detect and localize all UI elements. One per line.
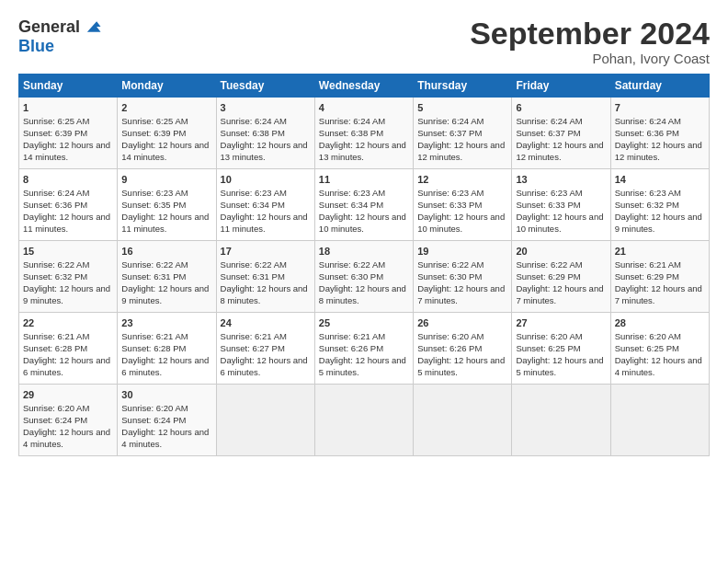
sunset-text: Sunset: 6:34 PM [221,200,285,210]
day-number: 14 [615,173,705,187]
calendar-row-1: 1Sunrise: 6:25 AMSunset: 6:39 PMDaylight… [19,98,710,169]
daylight-text: Daylight: 12 hours and 11 minutes. [23,212,110,234]
calendar-row-5: 29Sunrise: 6:20 AMSunset: 6:24 PMDayligh… [19,385,710,456]
sunrise-text: Sunrise: 6:24 AM [221,116,287,126]
daylight-text: Daylight: 12 hours and 5 minutes. [319,355,406,377]
sunrise-text: Sunrise: 6:22 AM [221,259,287,270]
daylight-text: Daylight: 12 hours and 6 minutes. [121,355,209,377]
daylight-text: Daylight: 12 hours and 4 minutes. [121,427,209,449]
page: General Blue September 2024 Pohan, Ivory… [0,0,728,563]
daylight-text: Daylight: 12 hours and 10 minutes. [417,212,505,234]
sunrise-text: Sunrise: 6:20 AM [23,403,89,413]
sunset-text: Sunset: 6:39 PM [23,128,87,138]
sunset-text: Sunset: 6:24 PM [23,415,87,425]
day-number: 9 [121,173,211,187]
day-number: 27 [516,316,606,330]
col-wednesday: Wednesday [314,75,413,98]
sunset-text: Sunset: 6:38 PM [221,128,285,138]
day-number: 19 [417,245,507,259]
sunset-text: Sunset: 6:37 PM [516,128,580,138]
daylight-text: Daylight: 12 hours and 7 minutes. [417,283,505,305]
sunset-text: Sunset: 6:39 PM [121,128,186,138]
daylight-text: Daylight: 12 hours and 6 minutes. [23,355,110,377]
sunrise-text: Sunrise: 6:21 AM [319,331,385,341]
day-number: 8 [23,173,113,187]
sunset-text: Sunset: 6:25 PM [516,343,580,353]
sunset-text: Sunset: 6:29 PM [615,271,679,282]
daylight-text: Daylight: 12 hours and 13 minutes. [319,140,406,162]
day-number: 18 [319,245,409,259]
cell-week5-0: 29Sunrise: 6:20 AMSunset: 6:24 PMDayligh… [19,385,118,456]
sunrise-text: Sunrise: 6:24 AM [23,188,89,198]
daylight-text: Daylight: 12 hours and 11 minutes. [121,212,209,234]
day-number: 4 [319,101,409,115]
cell-week4-0: 22Sunrise: 6:21 AMSunset: 6:28 PMDayligh… [19,313,118,385]
day-number: 17 [221,245,311,259]
cell-week2-4: 12Sunrise: 6:23 AMSunset: 6:33 PMDayligh… [414,169,512,241]
sunrise-text: Sunrise: 6:20 AM [516,331,582,341]
day-number: 12 [417,173,507,187]
sunset-text: Sunset: 6:35 PM [121,200,186,210]
day-number: 30 [121,388,211,402]
logo-blue: Blue [18,37,54,55]
daylight-text: Daylight: 12 hours and 10 minutes. [516,212,603,234]
cell-week5-1: 30Sunrise: 6:20 AMSunset: 6:24 PMDayligh… [118,385,216,456]
calendar-row-3: 15Sunrise: 6:22 AMSunset: 6:32 PMDayligh… [19,241,710,313]
cell-week5-6 [610,385,709,456]
calendar-body: 1Sunrise: 6:25 AMSunset: 6:39 PMDaylight… [19,98,710,456]
daylight-text: Daylight: 12 hours and 8 minutes. [319,283,406,305]
col-saturday: Saturday [610,75,709,98]
cell-week1-2: 3Sunrise: 6:24 AMSunset: 6:38 PMDaylight… [216,98,314,169]
logo: General Blue [18,17,102,56]
sunrise-text: Sunrise: 6:20 AM [615,331,681,341]
cell-week1-0: 1Sunrise: 6:25 AMSunset: 6:39 PMDaylight… [19,98,118,169]
logo-general: General [18,17,80,37]
sunset-text: Sunset: 6:31 PM [121,271,186,282]
col-tuesday: Tuesday [216,75,314,98]
cell-week2-5: 13Sunrise: 6:23 AMSunset: 6:33 PMDayligh… [512,169,610,241]
daylight-text: Daylight: 12 hours and 9 minutes. [615,212,702,234]
header-row: Sunday Monday Tuesday Wednesday Thursday… [19,75,710,98]
sunrise-text: Sunrise: 6:22 AM [417,259,483,270]
calendar-table: Sunday Monday Tuesday Wednesday Thursday… [18,74,710,456]
daylight-text: Daylight: 12 hours and 12 minutes. [516,140,603,162]
cell-week3-3: 18Sunrise: 6:22 AMSunset: 6:30 PMDayligh… [314,241,413,313]
cell-week4-1: 23Sunrise: 6:21 AMSunset: 6:28 PMDayligh… [118,313,216,385]
sunset-text: Sunset: 6:26 PM [319,343,383,353]
sunset-text: Sunset: 6:33 PM [417,200,482,210]
sunrise-text: Sunrise: 6:20 AM [121,403,188,413]
cell-week4-6: 28Sunrise: 6:20 AMSunset: 6:25 PMDayligh… [610,313,709,385]
day-number: 26 [417,316,507,330]
cell-week5-3 [314,385,413,456]
daylight-text: Daylight: 12 hours and 11 minutes. [221,212,308,234]
daylight-text: Daylight: 12 hours and 10 minutes. [319,212,406,234]
sunrise-text: Sunrise: 6:24 AM [615,116,681,126]
sunset-text: Sunset: 6:37 PM [417,128,482,138]
sunrise-text: Sunrise: 6:23 AM [221,188,287,198]
day-number: 21 [615,245,705,259]
daylight-text: Daylight: 12 hours and 8 minutes. [221,283,308,305]
sunset-text: Sunset: 6:30 PM [319,271,383,282]
sunset-text: Sunset: 6:25 PM [615,343,679,353]
day-number: 11 [319,173,409,187]
col-thursday: Thursday [414,75,512,98]
sunrise-text: Sunrise: 6:22 AM [319,259,385,270]
sunset-text: Sunset: 6:34 PM [319,200,383,210]
sunrise-text: Sunrise: 6:24 AM [319,116,385,126]
cell-week2-0: 8Sunrise: 6:24 AMSunset: 6:36 PMDaylight… [19,169,118,241]
sunset-text: Sunset: 6:32 PM [23,271,87,282]
sunrise-text: Sunrise: 6:21 AM [221,331,287,341]
sunset-text: Sunset: 6:29 PM [516,271,580,282]
sunset-text: Sunset: 6:30 PM [417,271,482,282]
sunrise-text: Sunrise: 6:22 AM [516,259,582,270]
cell-week5-5 [512,385,610,456]
sunrise-text: Sunrise: 6:23 AM [121,188,188,198]
day-number: 10 [221,173,311,187]
svg-marker-0 [87,21,101,32]
sunset-text: Sunset: 6:31 PM [221,271,285,282]
daylight-text: Daylight: 12 hours and 14 minutes. [121,140,209,162]
daylight-text: Daylight: 12 hours and 13 minutes. [221,140,308,162]
daylight-text: Daylight: 12 hours and 14 minutes. [23,140,110,162]
col-sunday: Sunday [19,75,118,98]
sunset-text: Sunset: 6:28 PM [121,343,186,353]
